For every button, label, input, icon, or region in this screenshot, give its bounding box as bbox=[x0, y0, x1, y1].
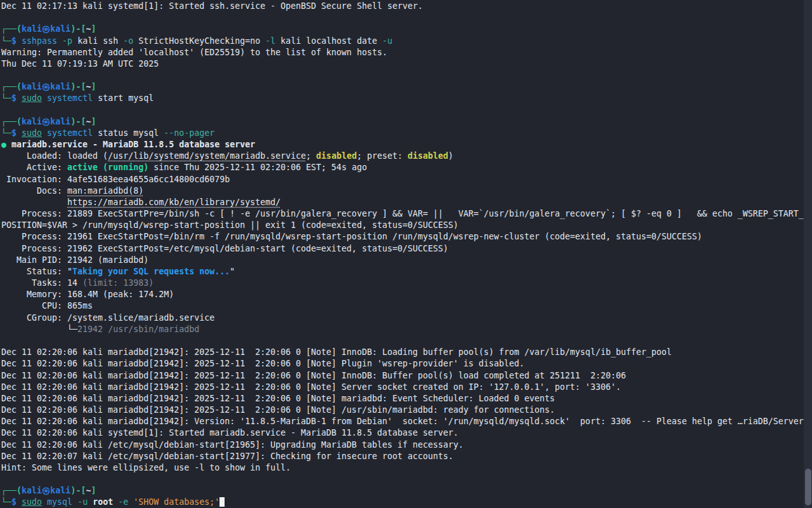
text-segment bbox=[16, 128, 22, 138]
prompt-frame: )-[ bbox=[70, 117, 86, 126]
terminal-line: ┌──(kali㉿kali)-[~] bbox=[1, 23, 812, 35]
option-text: -e bbox=[118, 497, 128, 507]
text-segment bbox=[72, 497, 77, 507]
text-segment bbox=[57, 36, 62, 46]
terminal-line: Dec 11 02:20:06 kali mariadbd[21942]: 20… bbox=[1, 404, 812, 416]
terminal-line: Dec 11 02:20:06 kali mariadbd[21942]: Ve… bbox=[1, 416, 812, 427]
terminal-line: Dec 11 02:17:13 kali systemd[1]: Started… bbox=[1, 1, 812, 12]
text-segment: (limit: 13983) bbox=[82, 278, 154, 288]
terminal-line: Dec 11 02:20:06 kali mariadbd[21942]: 20… bbox=[1, 370, 812, 382]
command-text: systemctl bbox=[47, 128, 93, 138]
status-dot: ● bbox=[1, 140, 6, 149]
text-segment: StrictHostKeyChecking=no bbox=[133, 36, 265, 46]
option-text: -u bbox=[77, 497, 88, 507]
terminal-line: ┌──(kali㉿kali)-[~] bbox=[1, 116, 812, 128]
prompt-username: kali㉿kali bbox=[22, 82, 70, 91]
terminal-line: Dec 11 02:20:06 kali /etc/mysql/debian-s… bbox=[1, 439, 812, 451]
option-text: -o bbox=[123, 36, 133, 46]
terminal-line: ┌──(kali㉿kali)-[~] bbox=[1, 485, 812, 497]
text-segment: Dec 11 02:17:13 kali systemd[1]: Started… bbox=[1, 1, 422, 11]
terminal-line: Warning: Permanently added 'localhost' (… bbox=[1, 47, 812, 58]
text-segment: Warning: Permanently added 'localhost' (… bbox=[1, 48, 387, 57]
terminal-line: └─$ sudo systemctl start mysql bbox=[1, 93, 812, 104]
text-segment: Dec 11 02:20:07 kali /etc/mysql/debian-s… bbox=[1, 451, 453, 461]
text-segment: since Thu 2025-12-11 02:20:06 EST; 54s a… bbox=[148, 163, 367, 172]
text-segment bbox=[16, 93, 22, 103]
prompt-frame: ┌──( bbox=[1, 117, 22, 126]
prompt-frame: ┌──( bbox=[1, 486, 22, 495]
text-segment: Dec 11 02:20:06 kali systemd[1]: Started… bbox=[1, 428, 459, 438]
terminal-line: Process: 21962 ExecStartPost=/etc/mysql/… bbox=[1, 243, 812, 255]
terminal-line: Memory: 168.4M (peak: 174.2M) bbox=[1, 289, 812, 300]
text-segment: active (running) bbox=[67, 163, 148, 172]
text-segment bbox=[42, 128, 47, 138]
terminal-line: Docs: man:mariadbd(8) bbox=[1, 185, 812, 197]
command-text: mysql bbox=[47, 497, 72, 507]
command-text: sshpass bbox=[22, 36, 57, 46]
sudo-command-text: sudo bbox=[22, 497, 42, 507]
terminal-line: Thu Dec 11 07:19:13 AM UTC 2025 bbox=[1, 58, 812, 70]
terminal-line: Tasks: 14 (limit: 13983) bbox=[1, 277, 812, 289]
prompt-frame: └─ bbox=[1, 36, 11, 46]
text-segment bbox=[16, 36, 22, 46]
cursor bbox=[219, 497, 225, 507]
terminal-line: https://mariadb.com/kb/en/library/system… bbox=[1, 197, 812, 208]
terminal-line: Process: 21961 ExecStartPost=/bin/rm -f … bbox=[1, 231, 812, 243]
text-segment: kali localhost date bbox=[275, 36, 382, 46]
text-segment: Dec 11 02:20:06 kali mariadbd[21942]: 20… bbox=[1, 382, 621, 392]
text-segment: Dec 11 02:20:06 kali mariadbd[21942]: 20… bbox=[1, 394, 555, 403]
text-segment: Dec 11 02:20:06 kali mariadbd[21942]: 20… bbox=[1, 371, 626, 380]
text-segment: Process: 21962 ExecStartPost=/etc/mysql/… bbox=[1, 244, 448, 253]
terminal-line: POSITION=$VAR > /run/mysqld/wsrep-start-… bbox=[1, 220, 812, 231]
text-segment: ; bbox=[306, 151, 316, 161]
prompt-symbol: $ bbox=[11, 93, 16, 103]
text-segment bbox=[1, 197, 67, 207]
terminal-line: Dec 11 02:20:06 kali mariadbd[21942]: 20… bbox=[1, 382, 812, 393]
terminal-line: Main PID: 21942 (mariadbd) bbox=[1, 255, 812, 266]
terminal-line: ┌──(kali㉿kali)-[~] bbox=[1, 81, 812, 93]
link-text: man:mariadbd(8) bbox=[67, 186, 143, 196]
scrollbar-track[interactable] bbox=[804, 0, 812, 508]
prompt-frame: └─ bbox=[1, 128, 11, 138]
text-segment: Status: " bbox=[1, 267, 72, 276]
text-segment bbox=[16, 497, 22, 507]
terminal-line: Active: active (running) since Thu 2025-… bbox=[1, 162, 812, 173]
scrollbar-handle[interactable] bbox=[805, 469, 811, 505]
terminal-line bbox=[1, 335, 812, 347]
command-text: systemctl bbox=[47, 93, 93, 103]
text-segment bbox=[88, 497, 93, 507]
prompt-username: kali㉿kali bbox=[22, 486, 70, 495]
text-segment: kali ssh bbox=[72, 36, 123, 46]
text-segment: Dec 11 02:20:06 kali /etc/mysql/debian-s… bbox=[1, 440, 464, 450]
terminal-line: Dec 11 02:20:06 kali mariadbd[21942]: 20… bbox=[1, 358, 812, 370]
text-segment: └─ bbox=[1, 324, 77, 334]
terminal-line: └─21942 /usr/sbin/mariadbd bbox=[1, 324, 812, 335]
prompt-symbol: $ bbox=[11, 497, 16, 507]
terminal-line: Dec 11 02:20:06 kali mariadbd[21942]: 20… bbox=[1, 393, 812, 404]
text-segment: ) bbox=[449, 151, 454, 161]
sudo-command-text: sudo bbox=[22, 93, 42, 103]
text-segment: Invocation: 4afe51683eea4655a6cc14800cd6… bbox=[1, 175, 230, 184]
terminal-line: ● mariadb.service - MariaDB 11.8.5 datab… bbox=[1, 139, 812, 150]
terminal-line: CPU: 865ms bbox=[1, 300, 812, 312]
text-segment: Thu Dec 11 07:19:13 AM UTC 2025 bbox=[1, 59, 159, 69]
link-text: /usr/lib/systemd/system/mariadb.service bbox=[108, 151, 306, 161]
string-argument: 'SHOW databases;' bbox=[133, 497, 219, 507]
text-segment: disabled bbox=[407, 151, 448, 161]
option-text: -l bbox=[265, 36, 275, 46]
text-segment: Memory: 168.4M (peak: 174.2M) bbox=[1, 290, 174, 299]
terminal-line: Status: "Taking your SQL requests now...… bbox=[1, 266, 812, 277]
terminal-output[interactable]: Dec 11 02:17:13 kali systemd[1]: Started… bbox=[0, 0, 812, 508]
text-segment: Process: 21961 ExecStartPost=/bin/rm -f … bbox=[1, 232, 702, 241]
text-segment: root bbox=[93, 497, 113, 507]
terminal-line: Hint: Some lines were ellipsized, use -l… bbox=[1, 462, 812, 474]
text-segment: start mysql bbox=[93, 93, 154, 103]
text-segment: POSITION=$VAR > /run/mysqld/wsrep-start-… bbox=[1, 220, 459, 230]
terminal-line bbox=[1, 105, 812, 116]
terminal-window: Dec 11 02:17:13 kali systemd[1]: Started… bbox=[0, 0, 812, 508]
prompt-frame: ┌──( bbox=[1, 24, 22, 34]
option-text: -p bbox=[62, 36, 72, 46]
prompt-frame: └─ bbox=[1, 93, 11, 103]
prompt-frame: └─ bbox=[1, 497, 11, 507]
text-segment: Dec 11 02:20:06 kali mariadbd[21942]: 20… bbox=[1, 359, 525, 368]
